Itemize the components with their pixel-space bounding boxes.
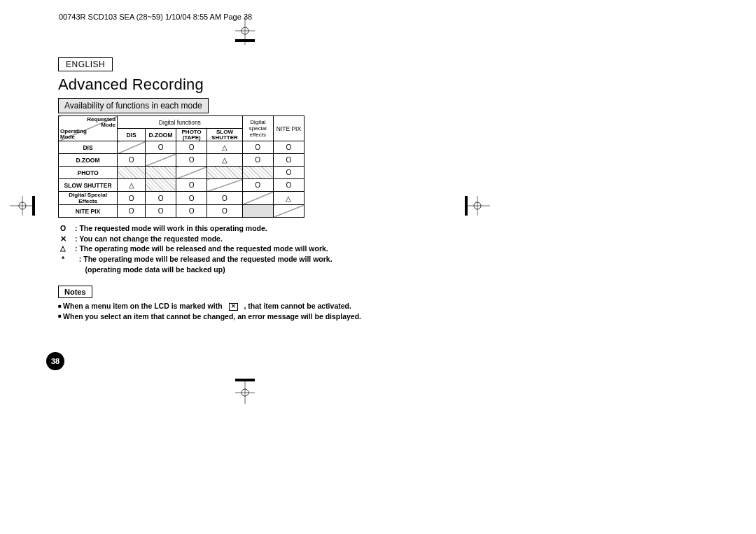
notes-list: When a menu item on the LCD is marked wi… — [58, 301, 408, 321]
cell: O — [176, 192, 207, 205]
cell-hatch — [118, 167, 146, 179]
legend: O : The requested mode will work in this… — [58, 223, 408, 274]
legend-text: : The operating mode will be released an… — [75, 254, 332, 274]
table-corner: Requested Mode Operating Mode — [59, 116, 118, 141]
note-text: When a menu item on the LCD is marked wi… — [63, 302, 224, 310]
cell-diag — [242, 192, 273, 205]
cell: O — [176, 179, 207, 192]
row-label: PHOTO — [59, 167, 118, 179]
cell: O — [145, 141, 176, 154]
row-label: SLOW SHUTTER — [59, 179, 118, 192]
cell-hatch — [145, 167, 176, 179]
cell: O — [176, 154, 207, 167]
manual-page: 00743R SCD103 SEA (28~59) 1/10/04 8:55 A… — [0, 0, 756, 534]
cell-diag — [207, 179, 242, 192]
row-label: DIS — [59, 141, 118, 154]
cell: O — [145, 192, 176, 205]
table-row: DIS O O △ O O — [59, 141, 304, 154]
cell: O — [273, 167, 304, 179]
note-item: When you select an item that cannot be c… — [58, 311, 408, 321]
cell-diag — [176, 167, 207, 179]
registration-mark-icon — [235, 17, 255, 45]
cell: O — [273, 154, 304, 167]
cell-diag — [118, 141, 146, 154]
cell: O — [207, 205, 242, 218]
section-subtitle: Availability of functions in each mode — [58, 98, 209, 113]
legend-text: : The operating mode will be released an… — [75, 244, 328, 254]
row-label: Digital Special Effects — [59, 192, 118, 205]
svg-rect-8 — [32, 196, 35, 216]
note-text: , that item cannot be activated. — [244, 302, 351, 310]
cell: O — [145, 205, 176, 218]
legend-text: : The requested mode will work in this o… — [75, 223, 267, 234]
col-group-digital: Digital functions — [118, 116, 243, 129]
col-dis: DIS — [118, 129, 146, 141]
availability-table: Requested Mode Operating Mode Digital fu… — [58, 115, 304, 218]
svg-rect-3 — [235, 39, 255, 42]
note-item: When a menu item on the LCD is marked wi… — [58, 301, 408, 311]
table-row: NITE PIX O O O O — [59, 205, 304, 218]
col-slow: SLOW SHUTTER — [207, 129, 242, 141]
notes-heading: Notes — [58, 286, 92, 298]
cell: △ — [207, 154, 242, 167]
legend-symbol-o: O — [58, 223, 68, 234]
cell: O — [176, 141, 207, 154]
page-content: ENGLISH Advanced Recording Availability … — [58, 57, 408, 321]
cell: △ — [207, 141, 242, 154]
legend-text: : You can not change the requested mode. — [75, 234, 223, 244]
col-dzoom: D.ZOOM — [145, 129, 176, 141]
col-nite: NITE PIX — [273, 116, 304, 141]
print-header: 00743R SCD103 SEA (28~59) 1/10/04 8:55 A… — [59, 13, 252, 21]
table-row: D.ZOOM O O △ O O — [59, 154, 304, 167]
legend-symbol-star: * — [58, 254, 68, 274]
col-photo: PHOTO (TAPE) — [176, 129, 207, 141]
cell-grey — [242, 205, 273, 218]
registration-mark-icon — [462, 196, 490, 216]
cell: O — [118, 154, 146, 167]
registration-mark-icon — [235, 376, 255, 404]
cell-diag — [145, 154, 176, 167]
cell-hatch — [207, 167, 242, 179]
cell: △ — [273, 192, 304, 205]
table-row: PHOTO O — [59, 167, 304, 179]
cell: O — [207, 192, 242, 205]
col-special: Digital special effects — [242, 116, 273, 141]
cell: O — [118, 205, 146, 218]
cell-hatch — [242, 167, 273, 179]
language-label: ENGLISH — [58, 57, 113, 71]
page-title: Advanced Recording — [58, 76, 408, 94]
svg-rect-4 — [235, 379, 255, 381]
cell-hatch — [145, 179, 176, 192]
row-label: NITE PIX — [59, 205, 118, 218]
cell: O — [242, 141, 273, 154]
cell-diag — [273, 205, 304, 218]
cell: O — [242, 154, 273, 167]
table-row: Digital Special Effects O O O O △ — [59, 192, 304, 205]
cell: O — [242, 179, 273, 192]
registration-mark-icon — [10, 196, 38, 216]
cell: O — [273, 179, 304, 192]
cell: O — [176, 205, 207, 218]
cell: O — [273, 141, 304, 154]
lcd-x-icon: ✕ — [229, 303, 238, 311]
cell: O — [118, 192, 146, 205]
table-row: SLOW SHUTTER △ O O O — [59, 179, 304, 192]
page-number-badge: 38 — [46, 352, 64, 370]
cell: △ — [118, 179, 146, 192]
legend-symbol-x: ✕ — [58, 234, 68, 244]
row-label: D.ZOOM — [59, 154, 118, 167]
svg-rect-12 — [465, 196, 468, 216]
legend-symbol-triangle: △ — [58, 244, 68, 254]
